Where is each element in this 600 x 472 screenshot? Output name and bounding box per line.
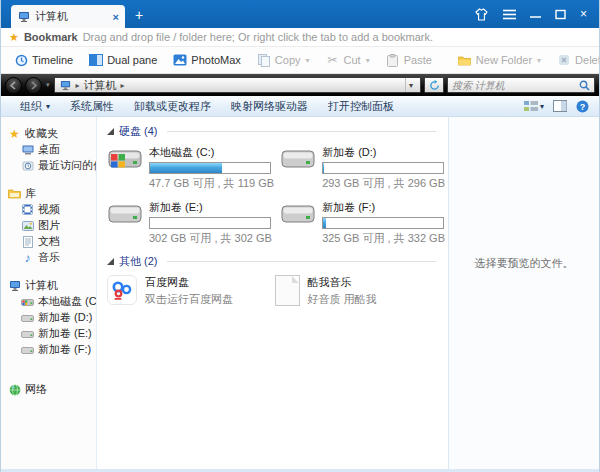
- sidebar-item-desktop[interactable]: 桌面: [8, 142, 96, 157]
- close-button[interactable]: ×: [580, 8, 587, 20]
- drive-grid: 本地磁盘 (C:) 47.7 GB 可用 , 共 119 GB 新加卷 (D:): [107, 145, 436, 246]
- drive-capacity: 325 GB 可用 , 共 332 GB: [322, 231, 445, 246]
- back-button[interactable]: [5, 77, 22, 94]
- sidebar-item-drive-e[interactable]: 新加卷 (E:): [8, 326, 96, 341]
- breadcrumb-arrow-icon[interactable]: ▸: [121, 81, 125, 90]
- computer-icon: [8, 279, 21, 292]
- breadcrumb[interactable]: ▸ 计算机 ▸ ▾: [54, 77, 421, 93]
- recent-pages-chevron-icon[interactable]: ▾: [46, 81, 50, 89]
- sidebar-label: 新加卷 (F:): [38, 342, 91, 357]
- item-kuwo-music[interactable]: 酷我音乐 好音质 用酷我: [275, 275, 437, 307]
- breadcrumb-item-computer[interactable]: 计算机: [84, 78, 117, 93]
- group-header-hard-disks[interactable]: 硬盘 (4): [107, 124, 436, 139]
- sidebar-item-videos[interactable]: 视频: [8, 202, 96, 217]
- sidebar-item-drive-f[interactable]: 新加卷 (F:): [8, 342, 96, 357]
- search-input[interactable]: [452, 80, 579, 91]
- cut-scissors-icon: ✂: [326, 53, 340, 67]
- toolbar-button-photomax[interactable]: PhotoMax: [166, 50, 248, 70]
- sidebar-item-drive-d[interactable]: 新加卷 (D:): [8, 310, 96, 325]
- sidebar-label: 文档: [38, 234, 60, 249]
- group-title[interactable]: 硬盘 (4): [119, 124, 158, 139]
- menu-label: 系统属性: [70, 99, 114, 114]
- bookmark-bar[interactable]: ★ Bookmark Drag and drop file / folder h…: [1, 28, 599, 47]
- drive-item-e[interactable]: 新加卷 (E:) 302 GB 可用 , 共 302 GB: [107, 200, 274, 246]
- sidebar-section-computer[interactable]: 计算机: [8, 278, 96, 293]
- sidebar-label: 新加卷 (E:): [38, 326, 92, 341]
- new-tab-button[interactable]: +: [135, 5, 143, 25]
- sidebar-item-drive-c[interactable]: 本地磁盘 (C:): [8, 294, 96, 309]
- timeline-clock-icon: [14, 53, 28, 67]
- capacity-bar: [149, 162, 271, 174]
- preview-message: 选择要预览的文件。: [475, 256, 574, 271]
- drive-capacity: 293 GB 可用 , 共 296 GB: [322, 176, 445, 191]
- menu-icon[interactable]: [503, 9, 516, 20]
- main-area: ★ 收藏夹 桌面 最近访问的位置 库: [1, 117, 599, 469]
- toolbar-button-cut[interactable]: ✂ Cut ▾: [319, 50, 377, 70]
- sidebar-section-libraries[interactable]: 库: [8, 186, 96, 201]
- sidebar-item-music[interactable]: ♪ 音乐: [8, 250, 96, 265]
- drive-icon: [107, 200, 143, 227]
- group-expander-icon[interactable]: [107, 128, 114, 135]
- search-icon[interactable]: [579, 80, 590, 91]
- menu-organize[interactable]: 组织 ▾: [11, 97, 59, 116]
- help-button[interactable]: ?: [576, 100, 589, 113]
- drive-item-f[interactable]: 新加卷 (F:) 325 GB 可用 , 共 332 GB: [280, 200, 445, 246]
- delete-icon: [557, 53, 571, 67]
- menu-system-properties[interactable]: 系统属性: [61, 97, 123, 116]
- explorer-window: 计算机 × + × ★ Bookmark Drag and drop file …: [0, 0, 600, 472]
- toolbar-button-delete[interactable]: Delete ▾: [550, 50, 599, 70]
- group-expander-icon[interactable]: [107, 258, 114, 265]
- toolbar-button-new-folder[interactable]: New Folder ▾: [451, 50, 548, 70]
- refresh-button[interactable]: [424, 77, 444, 93]
- item-caption: 好音质 用酷我: [308, 292, 437, 307]
- forward-button[interactable]: [25, 77, 42, 94]
- address-dropdown-icon[interactable]: ▾: [405, 78, 416, 92]
- computer-icon: [17, 10, 30, 23]
- chevron-down-icon[interactable]: ▾: [306, 56, 310, 65]
- toolbar-label: PhotoMax: [191, 54, 241, 66]
- item-baidu-netdisk[interactable]: 百度网盘 双击运行百度网盘: [107, 275, 269, 307]
- bookmark-hint: Drag and drop file / folder here; Or rig…: [83, 31, 433, 43]
- favorites-star-icon: ★: [8, 127, 21, 140]
- menu-open-control-panel[interactable]: 打开控制面板: [319, 97, 403, 116]
- sidebar-section-network[interactable]: 网络: [8, 382, 96, 397]
- drive-item-c[interactable]: 本地磁盘 (C:) 47.7 GB 可用 , 共 119 GB: [107, 145, 274, 191]
- menu-label: 打开控制面板: [328, 99, 394, 114]
- sidebar-item-documents[interactable]: 文档: [8, 234, 96, 249]
- sidebar-item-pictures[interactable]: 图片: [8, 218, 96, 233]
- menu-map-network-drive[interactable]: 映射网络驱动器: [222, 97, 317, 116]
- titlebar: 计算机 × + ×: [1, 0, 599, 28]
- preview-pane: 选择要预览的文件。: [448, 117, 599, 469]
- drive-icon: [21, 327, 34, 340]
- minimize-button[interactable]: [530, 9, 541, 20]
- drive-item-d[interactable]: 新加卷 (D:) 293 GB 可用 , 共 296 GB: [280, 145, 445, 191]
- sidebar-item-recent-places[interactable]: 最近访问的位置: [8, 158, 96, 173]
- drive-icon: [280, 145, 316, 172]
- sidebar-label: 最近访问的位置: [38, 158, 96, 173]
- toolbar-button-dual-pane[interactable]: Dual pane: [82, 50, 164, 70]
- toolbar-button-copy[interactable]: Copy ▾: [250, 50, 317, 70]
- tab-computer[interactable]: 计算机 ×: [11, 5, 125, 28]
- maximize-button[interactable]: [555, 9, 566, 20]
- group-header-other[interactable]: 其他 (2): [107, 254, 436, 269]
- sidebar-label: 图片: [38, 218, 60, 233]
- chevron-down-icon[interactable]: ▾: [537, 56, 541, 65]
- toolbar-button-timeline[interactable]: Timeline: [7, 50, 80, 70]
- change-view-button[interactable]: ▾: [524, 100, 544, 112]
- search-box[interactable]: [447, 77, 595, 93]
- toolbar-button-paste[interactable]: Paste: [379, 50, 439, 70]
- desktop-icon: [21, 143, 34, 156]
- chevron-down-icon[interactable]: ▾: [366, 56, 370, 65]
- menu-uninstall-program[interactable]: 卸载或更改程序: [125, 97, 220, 116]
- tab-close-icon[interactable]: ×: [113, 11, 119, 23]
- clover-shirt-icon[interactable]: [474, 8, 489, 21]
- chevron-down-icon: ▾: [540, 102, 544, 111]
- preview-pane-button[interactable]: [553, 100, 567, 112]
- item-name: 酷我音乐: [308, 275, 437, 290]
- group-title[interactable]: 其他 (2): [119, 254, 158, 269]
- sidebar-section-favorites[interactable]: ★ 收藏夹: [8, 126, 96, 141]
- computer-icon: [59, 79, 72, 92]
- window-controls: ×: [474, 0, 599, 28]
- sidebar-label: 本地磁盘 (C:): [38, 294, 96, 309]
- toolbar-label: Dual pane: [107, 54, 157, 66]
